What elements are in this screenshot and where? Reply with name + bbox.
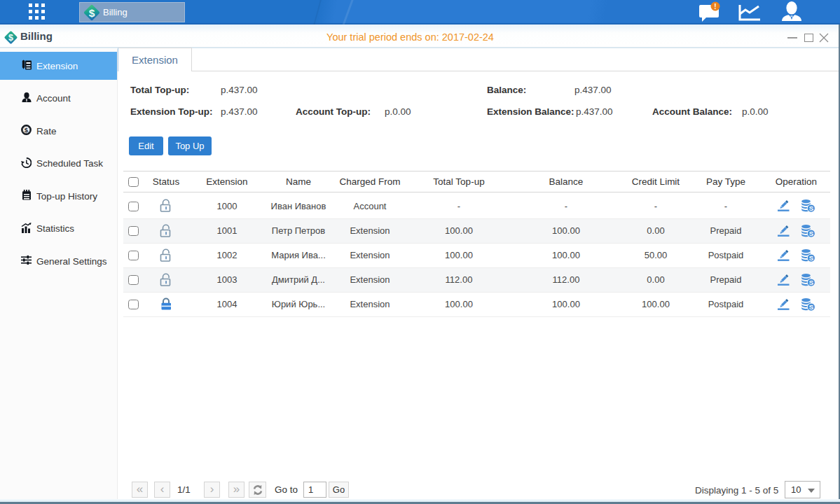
- svg-text:$: $: [25, 126, 29, 134]
- svg-text:S: S: [809, 205, 813, 213]
- svg-text:S: S: [809, 303, 813, 311]
- svg-text:!: !: [714, 3, 716, 10]
- svg-text:S: S: [809, 230, 813, 237]
- svg-text:S: S: [809, 279, 813, 286]
- svg-text:$: $: [89, 7, 95, 19]
- svg-text:S: S: [809, 254, 813, 262]
